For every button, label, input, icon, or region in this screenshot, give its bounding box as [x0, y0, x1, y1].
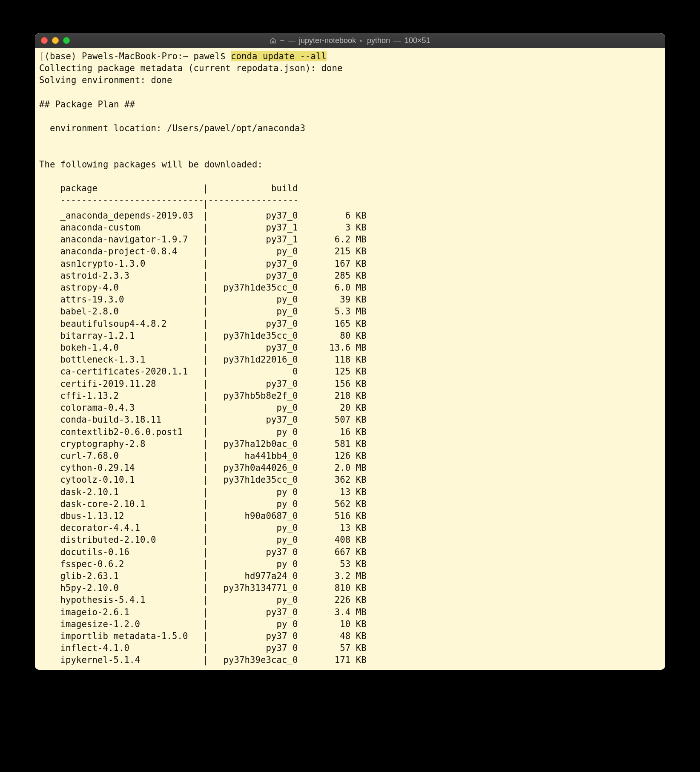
package-build: py37_0	[208, 342, 298, 354]
package-row: babel-2.8.0|py_05.3 MB	[39, 305, 661, 317]
package-row: bokeh-1.4.0|py37_013.6 MB	[39, 342, 661, 354]
package-size: 156 KB	[298, 378, 367, 390]
package-name: curl-7.68.0	[60, 450, 203, 462]
zoom-button[interactable]	[63, 37, 70, 44]
package-build: py_0	[208, 402, 298, 414]
package-row: h5py-2.10.0|py37h3134771_0810 KB	[39, 582, 661, 594]
package-row: anaconda-project-0.8.4|py_0215 KB	[39, 245, 661, 257]
package-row: asn1crypto-1.3.0|py37_0167 KB	[39, 258, 661, 270]
package-build: py37_0	[208, 642, 298, 654]
package-row: bitarray-1.2.1|py37h1de35cc_080 KB	[39, 330, 661, 342]
package-build: h90a0687_0	[208, 510, 298, 522]
package-name: bokeh-1.4.0	[60, 342, 203, 354]
package-size: 6.2 MB	[298, 233, 367, 245]
package-size: 3.4 MB	[298, 606, 367, 618]
package-size: 562 KB	[298, 498, 367, 510]
package-size: 667 KB	[298, 546, 367, 558]
package-name: beautifulsoup4-4.8.2	[60, 318, 203, 330]
package-row: certifi-2019.11.28|py37_0156 KB	[39, 378, 661, 390]
package-size: 126 KB	[298, 450, 367, 462]
package-name: anaconda-custom	[60, 222, 203, 233]
package-name: cryptography-2.8	[60, 438, 203, 450]
package-row: beautifulsoup4-4.8.2|py37_0165 KB	[39, 318, 661, 330]
package-build: py_0	[208, 618, 298, 630]
package-size: 218 KB	[298, 390, 367, 402]
package-name: imageio-2.6.1	[60, 606, 203, 618]
minimize-button[interactable]	[52, 37, 59, 44]
package-row: curl-7.68.0|ha441bb4_0126 KB	[39, 450, 661, 462]
package-name: decorator-4.4.1	[60, 522, 203, 534]
package-size: 13.6 MB	[298, 342, 367, 354]
output-line	[39, 110, 661, 122]
prompt-command: conda update --all	[231, 51, 327, 61]
package-build: py_0	[208, 486, 298, 498]
package-row: decorator-4.4.1|py_013 KB	[39, 522, 661, 534]
package-row: dbus-1.13.12|h90a0687_0516 KB	[39, 510, 661, 522]
package-size: 810 KB	[298, 582, 367, 594]
terminal-body[interactable]: [(base) Pawels-MacBook-Pro:~ pawel$ cond…	[35, 48, 665, 670]
package-size: 53 KB	[298, 558, 367, 570]
package-build: py_0	[208, 294, 298, 305]
window-controls	[41, 37, 70, 44]
package-name: hypothesis-5.4.1	[60, 594, 203, 606]
package-name: h5py-2.10.0	[60, 582, 203, 594]
package-name: dask-core-2.10.1	[60, 498, 203, 510]
package-name: docutils-0.16	[60, 546, 203, 558]
package-build: 0	[208, 366, 298, 377]
package-size: 581 KB	[298, 438, 367, 450]
package-size: 215 KB	[298, 245, 367, 257]
package-size: 171 KB	[298, 654, 367, 666]
output-line	[39, 170, 661, 182]
package-row: dask-2.10.1|py_013 KB	[39, 486, 661, 498]
package-name: fsspec-0.6.2	[60, 558, 203, 570]
package-build: py_0	[208, 245, 298, 257]
package-name: babel-2.8.0	[60, 305, 203, 317]
package-build: py37_0	[208, 546, 298, 558]
output-line: environment location: /Users/pawel/opt/a…	[39, 122, 661, 134]
package-build: py37h1de35cc_0	[208, 474, 298, 486]
package-row: ipykernel-5.1.4|py37h39e3cac_0171 KB	[39, 654, 661, 666]
package-build: py37_0	[208, 210, 298, 222]
output-line	[39, 86, 661, 98]
package-size: 13 KB	[298, 486, 367, 498]
package-name: _anaconda_depends-2019.03	[60, 210, 203, 222]
package-size: 13 KB	[298, 522, 367, 534]
package-build: hd977a24_0	[208, 570, 298, 582]
close-button[interactable]	[41, 37, 48, 44]
package-build: py_0	[208, 305, 298, 317]
terminal-window: ~ — jupyter-notebook ▸ python — 100×51 […	[35, 33, 665, 670]
package-build: py37_0	[208, 270, 298, 282]
output-line: The following packages will be downloade…	[39, 158, 661, 170]
package-name: contextlib2-0.6.0.post1	[60, 426, 203, 438]
package-name: certifi-2019.11.28	[60, 378, 203, 390]
table-divider: ---------------------------|------------…	[39, 194, 661, 209]
package-size: 408 KB	[298, 534, 367, 546]
package-row: _anaconda_depends-2019.03|py37_06 KB	[39, 210, 661, 222]
package-build: ha441bb4_0	[208, 450, 298, 462]
package-build: py_0	[208, 534, 298, 546]
package-name: dbus-1.13.12	[60, 510, 203, 522]
package-row: conda-build-3.18.11|py37_0507 KB	[39, 414, 661, 426]
package-name: ca-certificates-2020.1.1	[60, 366, 203, 377]
package-size: 39 KB	[298, 294, 367, 305]
package-row: attrs-19.3.0|py_039 KB	[39, 294, 661, 305]
package-name: astropy-4.0	[60, 282, 203, 294]
title-subprocess: python	[367, 36, 390, 45]
package-row: anaconda-custom|py37_13 KB	[39, 222, 661, 233]
output-line	[39, 147, 661, 158]
package-build: py37h3134771_0	[208, 582, 298, 594]
title-dash: —	[288, 36, 295, 45]
package-build: py_0	[208, 426, 298, 438]
package-build: py37h1de35cc_0	[208, 330, 298, 342]
package-row: astroid-2.3.3|py37_0285 KB	[39, 270, 661, 282]
package-build: py37_0	[208, 378, 298, 390]
package-build: py37h1d22016_0	[208, 354, 298, 366]
package-build: py_0	[208, 498, 298, 510]
package-size: 167 KB	[298, 258, 367, 270]
package-row: fsspec-0.6.2|py_053 KB	[39, 558, 661, 570]
package-size: 3.2 MB	[298, 570, 367, 582]
package-build: py37hb5b8e2f_0	[208, 390, 298, 402]
package-row: hypothesis-5.4.1|py_0226 KB	[39, 594, 661, 606]
titlebar[interactable]: ~ — jupyter-notebook ▸ python — 100×51	[35, 33, 665, 48]
output-line: ## Package Plan ##	[39, 98, 661, 110]
